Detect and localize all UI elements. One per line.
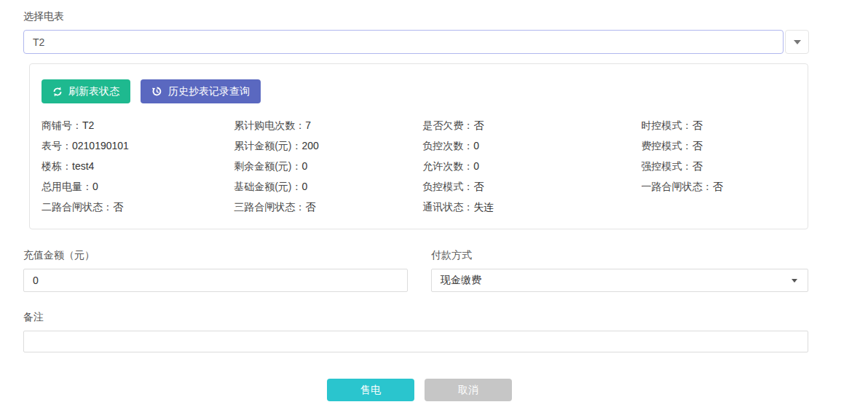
field-value: 否: [693, 140, 703, 151]
meter-dropdown-button[interactable]: [785, 30, 809, 54]
status-field: 费控模式：否: [642, 135, 796, 156]
meter-select[interactable]: T2: [23, 30, 784, 54]
remark-label: 备注: [23, 311, 845, 324]
field-value: 0: [473, 140, 479, 151]
field-label: 负控次数：: [422, 140, 473, 151]
amount-input[interactable]: [23, 269, 408, 292]
status-field: 三路合闸状态：否: [234, 197, 422, 217]
field-value: 否: [305, 201, 315, 213]
status-field: 商铺号：T2: [42, 115, 234, 135]
refresh-icon: [52, 87, 63, 97]
status-field: 表号：0210190101: [42, 135, 234, 156]
field-value: test4: [72, 160, 94, 172]
field-label: 商铺号：: [42, 119, 82, 131]
status-field: 累计金额(元)：200: [234, 135, 422, 156]
panel-toolbar: 刷新表状态 历史抄表记录查询: [42, 79, 796, 103]
status-field: 二路合闸状态：否: [42, 197, 234, 217]
refresh-button[interactable]: 刷新表状态: [42, 79, 130, 103]
status-field: 通讯状态：失连: [422, 197, 641, 217]
sell-button[interactable]: 售电: [327, 379, 414, 401]
history-icon: [151, 86, 162, 97]
cancel-button[interactable]: 取消: [425, 379, 512, 401]
field-label: 表号：: [42, 140, 72, 151]
status-field: 累计购电次数：7: [234, 115, 422, 135]
chevron-down-icon: [794, 40, 801, 44]
status-field: 是否欠费：否: [422, 115, 641, 135]
action-buttons: 售电 取消: [23, 379, 845, 401]
remark-section: 备注: [23, 311, 845, 352]
field-value: 0: [473, 160, 479, 172]
status-fields-grid: 商铺号：T2累计购电次数：7是否欠费：否时控模式：否表号：0210190101累…: [42, 115, 796, 217]
field-value: 0210190101: [72, 140, 129, 151]
remark-input[interactable]: [23, 331, 808, 352]
meter-select-row: T2: [23, 30, 845, 54]
status-field: 基础金额(元)：0: [234, 176, 422, 197]
field-value: 否: [713, 181, 723, 192]
status-field: 强控模式：否: [642, 156, 796, 176]
history-button-label: 历史抄表记录查询: [168, 85, 250, 98]
sell-electricity-form: 选择电表 T2 刷新表状态: [0, 0, 868, 401]
field-value: 否: [113, 201, 123, 213]
field-label: 强控模式：: [642, 160, 693, 172]
payment-select[interactable]: 现金缴费: [431, 269, 808, 292]
field-label: 累计金额(元)：: [234, 140, 301, 151]
status-field: 允许次数：0: [422, 156, 641, 176]
select-arrow-icon: [792, 279, 797, 283]
payment-section: 付款方式 现金缴费: [431, 249, 808, 292]
field-value: 0: [92, 181, 98, 192]
payment-label: 付款方式: [431, 249, 808, 262]
status-field: 时控模式：否: [642, 115, 796, 135]
field-label: 累计购电次数：: [234, 119, 305, 131]
status-field: 总用电量：0: [42, 176, 234, 197]
payment-row: 充值金额（元） 付款方式 现金缴费: [23, 249, 845, 292]
field-label: 负控模式：: [422, 181, 473, 192]
field-value: 0: [302, 160, 308, 172]
field-label: 基础金额(元)：: [234, 181, 301, 192]
field-value: T2: [82, 119, 94, 131]
status-field: 负控模式：否: [422, 176, 641, 197]
field-label: 通讯状态：: [422, 201, 473, 213]
field-label: 总用电量：: [42, 181, 92, 192]
field-value: 失连: [473, 201, 494, 213]
field-label: 二路合闸状态：: [42, 201, 113, 213]
amount-section: 充值金额（元）: [23, 249, 408, 292]
field-value: 否: [473, 181, 484, 192]
field-label: 一路合闸状态：: [642, 181, 713, 192]
field-label: 是否欠费：: [422, 119, 473, 131]
field-label: 时控模式：: [642, 119, 693, 131]
field-label: 三路合闸状态：: [234, 201, 305, 213]
amount-label: 充值金额（元）: [23, 249, 408, 262]
field-value: 否: [693, 119, 703, 131]
field-label: 楼栋：: [42, 160, 72, 172]
payment-select-value: 现金缴费: [441, 274, 481, 287]
field-label: 允许次数：: [422, 160, 473, 172]
select-meter-label: 选择电表: [23, 10, 64, 22]
meter-status-panel: 刷新表状态 历史抄表记录查询 商铺号：T2累计购电次数：7是否欠费：否时控模式：…: [29, 63, 808, 229]
history-button[interactable]: 历史抄表记录查询: [141, 79, 261, 103]
meter-select-value: T2: [33, 36, 44, 48]
field-value: 否: [473, 119, 484, 131]
field-label: 费控模式：: [642, 140, 693, 151]
status-field: 一路合闸状态：否: [642, 176, 796, 197]
field-value: 0: [302, 181, 308, 192]
status-field: 负控次数：0: [422, 135, 641, 156]
status-field: 剩余金额(元)：0: [234, 156, 422, 176]
field-value: 7: [305, 119, 311, 131]
refresh-button-label: 刷新表状态: [68, 85, 119, 98]
field-label: 剩余金额(元)：: [234, 160, 301, 172]
field-value: 200: [302, 140, 319, 151]
field-value: 否: [693, 160, 703, 172]
status-field: 楼栋：test4: [42, 156, 234, 176]
